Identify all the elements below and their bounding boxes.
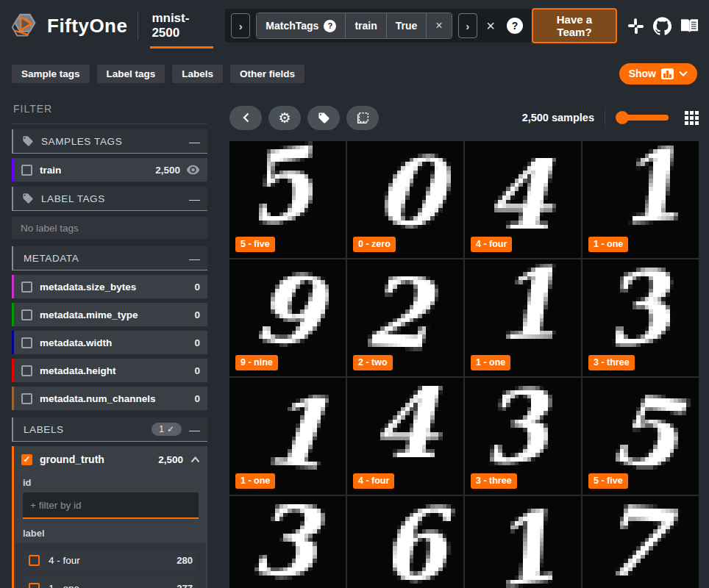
clear-view-icon[interactable]: × [486,18,495,33]
slider-knob[interactable] [616,111,629,124]
tab-sample-tags[interactable]: Sample tags [12,65,90,83]
classification-tag: 1 - one [588,237,628,252]
main-area: FILTER SAMPLES TAGS — train 2,500 LA [0,96,709,588]
fiftyone-logo-icon[interactable] [7,9,41,43]
sample-cell[interactable]: 4 - four [347,378,463,495]
filter-by-id-input[interactable] [23,492,199,519]
slack-icon[interactable] [627,18,644,35]
chevron-right-icon: › [466,20,469,32]
github-icon[interactable] [653,17,671,35]
view-stage-name[interactable]: MatchTags ? [257,13,346,38]
sample-image [229,496,346,588]
chevron-left-icon [243,112,249,123]
settings-button[interactable]: ⚙ [268,106,301,130]
tag-samples-button[interactable] [307,106,340,130]
label-value-row: 4 - four 280 [23,549,199,571]
tag-icon [22,193,34,204]
grid-zoom-slider[interactable] [616,110,669,125]
app-header: FiftyOne mnist-2500 › MatchTags ? train … [0,0,709,51]
sample-cell[interactable] [347,496,463,588]
grid-toolbar: ⚙ 2,500 samples [229,96,699,134]
chevron-down-icon [679,71,688,76]
sample-image [465,496,581,588]
checkbox[interactable] [21,337,32,348]
dataset-name[interactable]: mnist-2500 [150,4,213,49]
sample-image [347,496,463,588]
collapse-icon[interactable]: — [189,423,200,436]
sample-cell[interactable]: 5 - five [229,141,346,258]
sample-cell[interactable]: 5 - five [582,378,699,495]
sample-cell[interactable] [582,496,699,588]
sample-cell[interactable]: 3 - three [582,259,699,376]
checkbox[interactable] [21,165,32,176]
bar-chart-icon [661,68,674,79]
filter-row-metadata: metadata.height 0 [12,359,207,382]
classification-tag: 5 - five [588,473,628,489]
patches-icon [357,112,369,124]
id-field-label: id [14,473,207,492]
stage-help-icon[interactable]: ? [324,20,336,32]
section-labels[interactable]: LABELS 1 ✓ — [12,417,207,442]
previous-button[interactable] [229,106,262,130]
toolbar-divider [605,107,605,128]
classification-tag: 4 - four [353,473,394,489]
filter-row-metadata: metadata.width 0 [12,331,207,354]
eye-icon[interactable] [186,165,200,175]
label-field-label: label [14,523,207,543]
filter-row-ground-truth: ✓ ground_truth 2,500 [14,446,207,473]
no-label-tags: No label tags [12,217,207,239]
checkbox[interactable] [21,282,32,293]
sample-cell[interactable]: 1 - one [465,259,581,376]
external-links [627,17,699,35]
show-stats-button[interactable]: Show [619,63,697,85]
sample-cell[interactable]: 3 - three [465,378,581,495]
have-a-team-button[interactable]: Have a Team? [532,8,617,43]
filter-sidebar: FILTER SAMPLES TAGS — train 2,500 LA [0,96,207,588]
chevron-up-icon[interactable] [190,456,200,463]
add-stage-right-button[interactable]: › [458,13,477,38]
grid-size-icon[interactable] [685,111,699,125]
classification-tag: 0 - zero [353,237,396,252]
field-tabs-row: Sample tags Label tags Labels Other fiel… [0,51,709,96]
classification-tag: 9 - nine [235,355,278,370]
sample-cell[interactable]: 1 - one [229,378,346,495]
collapse-icon[interactable]: — [189,193,200,205]
classification-tag: 4 - four [471,237,512,252]
tab-other-fields[interactable]: Other fields [230,65,304,83]
section-metadata[interactable]: METADATA — [12,246,207,270]
tag-icon [22,135,34,147]
checkbox-checked[interactable]: ✓ [21,454,32,465]
sample-cell[interactable] [465,496,581,588]
section-label-tags[interactable]: LABEL TAGS — [12,187,207,211]
checkbox[interactable] [29,555,40,566]
view-stage-arg-tags[interactable]: train [346,13,386,38]
collapse-icon[interactable]: — [189,135,200,148]
viewbar-help-icon[interactable]: ? [507,18,523,34]
sample-cell[interactable]: 0 - zero [347,141,463,258]
collapse-icon[interactable]: — [189,252,200,265]
sample-cell[interactable]: 4 - four [465,141,581,258]
section-sample-tags[interactable]: SAMPLES TAGS — [12,129,207,154]
view-stage-arg-bool[interactable]: True [387,13,427,38]
tag-icon [318,112,330,124]
add-stage-left-button[interactable]: › [231,13,250,38]
patches-button[interactable] [346,106,379,130]
chevron-right-icon: › [239,20,243,32]
checkbox[interactable] [21,365,32,376]
checkbox[interactable] [29,583,40,588]
samples-count: 2,500 samples [522,112,594,123]
sample-cell[interactable]: 2 - two [347,259,463,376]
docs-book-icon[interactable] [680,18,699,34]
view-stage-close-icon[interactable]: × [427,13,451,38]
sample-cell[interactable] [229,496,346,588]
checkbox[interactable] [21,309,32,320]
tab-label-tags[interactable]: Label tags [97,65,165,83]
sample-cell[interactable]: 1 - one [582,141,699,258]
check-icon: ✓ [167,424,174,434]
checkbox[interactable] [21,393,32,404]
label-values-list: 4 - four 280 1 - one 277 7 - seven 275 [15,543,206,588]
sample-cell[interactable]: 9 - nine [229,259,346,376]
selected-count-badge[interactable]: 1 ✓ [152,423,182,436]
classification-tag: 1 - one [471,355,510,370]
tab-labels[interactable]: Labels [172,65,223,83]
